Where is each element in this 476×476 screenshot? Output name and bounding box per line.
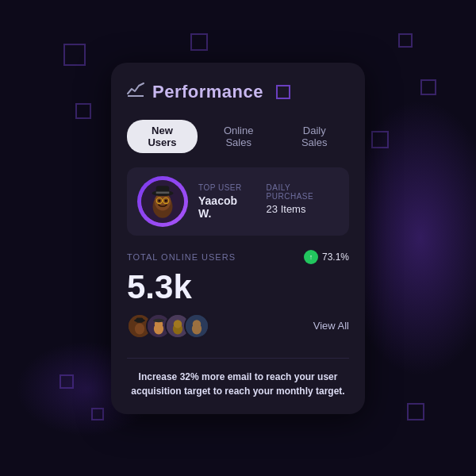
svg-point-20 [153, 318, 164, 321]
deco-square [91, 408, 104, 420]
view-all-button[interactable]: View All [313, 320, 349, 332]
daily-purchase-label: DAILY PURCHASE [267, 183, 336, 201]
deco-square [371, 131, 389, 148]
badge-value: 73.1% [322, 251, 349, 263]
avatar [141, 180, 184, 223]
user-avatars-row [127, 313, 209, 339]
footer-text: Increase 32% more email to reach your us… [127, 370, 349, 398]
top-user-name: Yaacob W. [198, 194, 251, 220]
header-square-deco [276, 85, 290, 99]
svg-rect-16 [136, 317, 144, 322]
user-details: TOP USER Yaacob W. DAILY PURCHASE 23 Ite… [198, 183, 336, 220]
performance-card: Performance New Users Online Sales Daily… [111, 63, 365, 414]
stats-bottom-row: View All [127, 313, 349, 339]
trend-up-icon: ↑ [304, 250, 318, 264]
mini-avatar-4 [184, 313, 209, 339]
deco-square [420, 79, 436, 95]
stats-badge: ↑ 73.1% [304, 250, 349, 264]
deco-square [407, 403, 424, 420]
deco-square [398, 33, 413, 48]
tab-online-sales[interactable]: Online Sales [201, 120, 277, 153]
card-header: Performance [127, 82, 349, 102]
deco-square [63, 44, 86, 66]
card-footer: Increase 32% more email to reach your us… [127, 358, 349, 398]
svg-rect-6 [156, 191, 170, 194]
stats-number: 5.3k [127, 271, 349, 304]
footer-highlight: 32% [180, 371, 199, 382]
page-title: Performance [152, 82, 263, 102]
stats-section: TOTAL ONLINE USERS ↑ 73.1% 5.3k [127, 250, 349, 344]
svg-point-8 [165, 199, 167, 202]
top-user-label: TOP USER [198, 183, 251, 192]
svg-point-13 [135, 323, 144, 334]
chart-icon [127, 83, 144, 101]
daily-purchase-value: 23 Items [267, 203, 336, 215]
svg-point-26 [193, 320, 202, 328]
svg-point-23 [174, 320, 182, 328]
deco-square [60, 374, 74, 389]
tab-new-users[interactable]: New Users [127, 120, 198, 153]
top-user-group: TOP USER Yaacob W. [198, 183, 251, 220]
tab-bar: New Users Online Sales Daily Sales [127, 120, 349, 153]
user-info-card: TOP USER Yaacob W. DAILY PURCHASE 23 Ite… [127, 167, 349, 236]
deco-square [190, 33, 208, 51]
tab-daily-sales[interactable]: Daily Sales [279, 120, 349, 153]
stats-header: TOTAL ONLINE USERS ↑ 73.1% [127, 250, 349, 264]
daily-purchase-group: DAILY PURCHASE 23 Items [267, 183, 336, 220]
deco-square [75, 103, 91, 119]
avatar-wrapper [140, 178, 186, 225]
svg-point-7 [158, 199, 160, 202]
stats-label: TOTAL ONLINE USERS [127, 252, 236, 262]
footer-prefix: Increase [139, 371, 180, 382]
